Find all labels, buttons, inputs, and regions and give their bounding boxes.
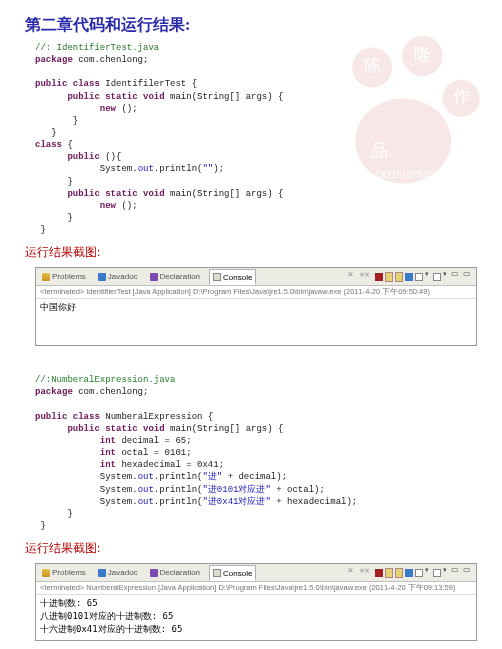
- console-tabbar: Problems Javadoc Declaration Console: [36, 268, 476, 286]
- console-toolbar: [347, 272, 473, 282]
- tab-label: Console: [223, 569, 252, 578]
- page-title: 第二章代码和运行结果:: [25, 15, 482, 36]
- tab-label: Javadoc: [108, 272, 138, 281]
- terminate-icon[interactable]: [375, 273, 383, 281]
- tab-declaration[interactable]: Declaration: [147, 272, 203, 281]
- maximize-icon[interactable]: [463, 568, 473, 578]
- tab-problems[interactable]: Problems: [39, 568, 89, 577]
- tab-problems[interactable]: Problems: [39, 272, 89, 281]
- scroll-lock-icon[interactable]: [395, 272, 403, 282]
- tab-label: Declaration: [160, 568, 200, 577]
- terminate-icon[interactable]: [375, 569, 383, 577]
- console-caption-2: 运行结果截图:: [25, 540, 482, 557]
- tab-declaration[interactable]: Declaration: [147, 568, 203, 577]
- tab-label: Problems: [52, 272, 86, 281]
- remove-all-launches-icon[interactable]: [359, 568, 373, 578]
- tab-label: Javadoc: [108, 568, 138, 577]
- console-output-1: 中国你好: [36, 299, 476, 345]
- console-icon: [213, 569, 221, 577]
- remove-launch-icon[interactable]: [347, 272, 357, 282]
- problems-icon: [42, 273, 50, 281]
- display-selected-console-icon[interactable]: [415, 273, 423, 281]
- console-dropdown2-icon[interactable]: [443, 568, 449, 578]
- console-dropdown-icon[interactable]: [425, 272, 431, 282]
- pin-console-icon[interactable]: [405, 569, 413, 577]
- maximize-icon[interactable]: [463, 272, 473, 282]
- scroll-lock-icon[interactable]: [395, 568, 403, 578]
- code-block-numberalexpression: //:NumberalExpression.java package com.c…: [35, 374, 482, 532]
- open-console-icon[interactable]: [433, 569, 441, 577]
- javadoc-icon: [98, 569, 106, 577]
- tab-label: Problems: [52, 568, 86, 577]
- console-line: 十进制数: 65: [40, 598, 98, 608]
- minimize-icon[interactable]: [451, 272, 461, 282]
- console-panel-1: Problems Javadoc Declaration Console <te…: [35, 267, 477, 346]
- console-tabbar: Problems Javadoc Declaration Console: [36, 564, 476, 582]
- pin-console-icon[interactable]: [405, 273, 413, 281]
- console-dropdown-icon[interactable]: [425, 568, 431, 578]
- tab-label: Declaration: [160, 272, 200, 281]
- console-launch-header-2: <terminated> NumberalExpression [Java Ap…: [36, 582, 476, 595]
- console-line: 十六进制0x41对应的十进制数: 65: [40, 624, 182, 634]
- console-output-2: 十进制数: 65 八进制0101对应的十进制数: 65 十六进制0x41对应的十…: [36, 595, 476, 640]
- console-panel-2: Problems Javadoc Declaration Console <te…: [35, 563, 477, 641]
- console-line: 八进制0101对应的十进制数: 65: [40, 611, 173, 621]
- clear-console-icon[interactable]: [385, 272, 393, 282]
- tab-javadoc[interactable]: Javadoc: [95, 568, 141, 577]
- tab-javadoc[interactable]: Javadoc: [95, 272, 141, 281]
- clear-console-icon[interactable]: [385, 568, 393, 578]
- display-selected-console-icon[interactable]: [415, 569, 423, 577]
- remove-all-launches-icon[interactable]: [359, 272, 373, 282]
- problems-icon: [42, 569, 50, 577]
- console-caption-1: 运行结果截图:: [25, 244, 482, 261]
- console-dropdown2-icon[interactable]: [443, 272, 449, 282]
- declaration-icon: [150, 273, 158, 281]
- tab-label: Console: [223, 273, 252, 282]
- tab-console[interactable]: Console: [209, 565, 256, 581]
- console-toolbar: [347, 568, 473, 578]
- code-block-identifiertest: //: IdentifierTest.java package com.chen…: [35, 42, 482, 236]
- minimize-icon[interactable]: [451, 568, 461, 578]
- open-console-icon[interactable]: [433, 273, 441, 281]
- console-icon: [213, 273, 221, 281]
- tab-console[interactable]: Console: [209, 269, 256, 285]
- remove-launch-icon[interactable]: [347, 568, 357, 578]
- declaration-icon: [150, 569, 158, 577]
- javadoc-icon: [98, 273, 106, 281]
- console-launch-header-1: <terminated> IdentifilerTest [Java Appli…: [36, 286, 476, 299]
